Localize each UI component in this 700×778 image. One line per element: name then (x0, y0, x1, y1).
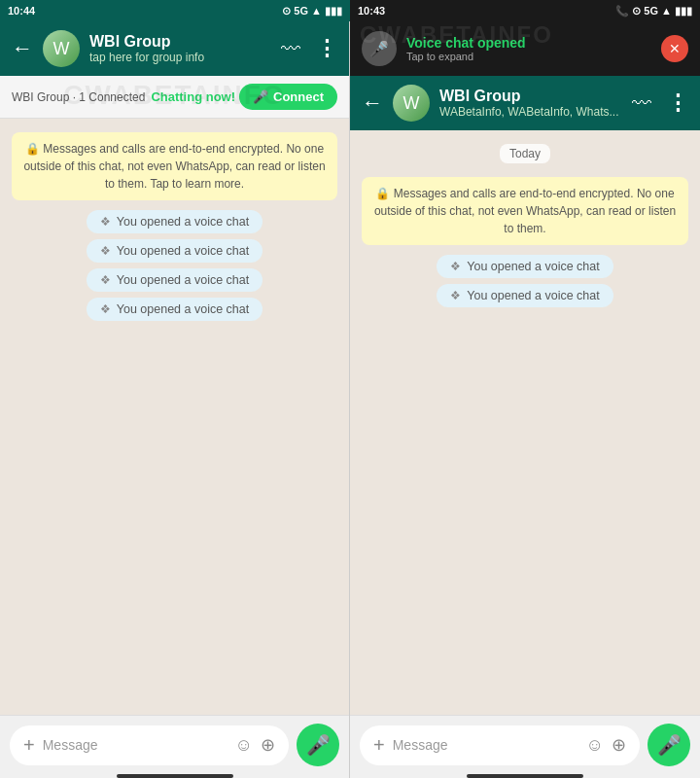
right-back-icon[interactable]: ← (362, 90, 383, 116)
right-group-sub: WABetaInfo, WABetaInfo, Whats... (439, 105, 622, 119)
voice-mic-button[interactable]: 🎤 (362, 31, 397, 66)
right-voice-icon-2: ❖ (450, 289, 461, 302)
left-group-name: WBI Group (89, 33, 271, 51)
voice-top-title: Voice chat opened (406, 35, 651, 51)
right-bottom-bar: + Message ☺ ⊕ 🎤 (350, 715, 700, 774)
right-chat-area: Today 🔒 Messages and calls are end-to-en… (350, 130, 700, 715)
voice-banner-participants: WBI Group · 1 Connected (12, 90, 145, 104)
right-time: 10:43 (358, 5, 385, 17)
right-header-info[interactable]: WBI Group WABetaInfo, WABetaInfo, Whats.… (439, 88, 622, 119)
right-status-icons: 📞 ⊙ 5G ▲ ▮▮▮ (615, 5, 692, 18)
left-more-icon[interactable]: ⋮ (316, 36, 337, 61)
chatting-now-label: Chatting now! (151, 89, 235, 104)
right-encryption-notice[interactable]: 🔒 Messages and calls are end-to-end encr… (362, 177, 688, 245)
left-chat-header: ← W WBI Group tap here for group info 〰 … (0, 21, 349, 76)
connect-label: Connect (273, 89, 324, 104)
left-waveform-icon[interactable]: 〰 (281, 38, 300, 60)
left-status-icons: ⊙ 5G ▲ ▮▮▮ (282, 5, 342, 18)
left-system-msg-3: ❖ You opened a voice chat (87, 268, 262, 292)
left-add-icon[interactable]: + (23, 734, 35, 757)
right-system-msg-1: ❖ You opened a voice chat (437, 255, 612, 278)
left-mic-button[interactable]: 🎤 (297, 724, 339, 766)
voice-top-bar[interactable]: 🎤 CWABETAINFO Voice chat opened Tap to e… (350, 21, 700, 76)
left-time: 10:44 (8, 5, 35, 17)
right-mic-button[interactable]: 🎤 (648, 724, 690, 766)
voice-top-sub: Tap to expand (406, 51, 651, 62)
right-placeholder-text: Message (393, 737, 578, 753)
right-add-icon[interactable]: + (373, 734, 385, 757)
date-divider: Today (500, 144, 550, 163)
left-system-msg-4: ❖ You opened a voice chat (87, 298, 262, 321)
voice-close-button[interactable]: ✕ (661, 35, 688, 62)
left-message-input[interactable]: + Message ☺ ⊕ (10, 725, 289, 765)
left-placeholder-text: Message (43, 737, 228, 753)
voice-icon-1: ❖ (100, 215, 111, 229)
right-avatar: W (393, 85, 430, 122)
right-message-input[interactable]: + Message ☺ ⊕ (360, 725, 640, 765)
voice-icon-4: ❖ (100, 302, 111, 316)
left-nav-indicator (0, 774, 349, 778)
left-encryption-notice[interactable]: 🔒 Messages and calls are end-to-end encr… (12, 132, 337, 200)
voice-banner: WBI Group · 1 Connected Chatting now! 🎤 … (0, 76, 349, 119)
left-bottom-bar: + Message ☺ ⊕ 🎤 (0, 715, 349, 774)
right-emoji-icon[interactable]: ☺ (586, 735, 604, 756)
left-avatar: W (43, 30, 80, 67)
connect-button[interactable]: 🎤 Connect (239, 84, 337, 110)
right-more-icon[interactable]: ⋮ (667, 90, 688, 116)
left-system-msg-2: ❖ You opened a voice chat (87, 239, 262, 263)
right-chat-header: ← W WBI Group WABetaInfo, WABetaInfo, Wh… (350, 76, 700, 130)
left-attach-icon[interactable]: ⊕ (261, 734, 275, 756)
right-attach-icon[interactable]: ⊕ (612, 734, 626, 756)
right-nav-indicator (350, 774, 700, 778)
right-group-name: WBI Group (439, 88, 622, 105)
right-waveform-icon[interactable]: 〰 (632, 92, 651, 115)
voice-icon-2: ❖ (100, 244, 111, 258)
connect-mic-icon: 🎤 (253, 89, 268, 104)
voice-icon-3: ❖ (100, 273, 111, 287)
left-back-icon[interactable]: ← (12, 36, 33, 61)
left-chat-area: 🔒 Messages and calls are end-to-end encr… (0, 119, 349, 715)
right-system-msg-2: ❖ You opened a voice chat (437, 284, 612, 307)
left-emoji-icon[interactable]: ☺ (235, 735, 253, 756)
voice-top-text: Voice chat opened Tap to expand (406, 35, 651, 62)
right-voice-icon-1: ❖ (450, 260, 461, 273)
left-group-sub: tap here for group info (89, 51, 271, 64)
left-system-msg-1: ❖ You opened a voice chat (87, 210, 262, 233)
left-header-info[interactable]: WBI Group tap here for group info (89, 33, 271, 64)
